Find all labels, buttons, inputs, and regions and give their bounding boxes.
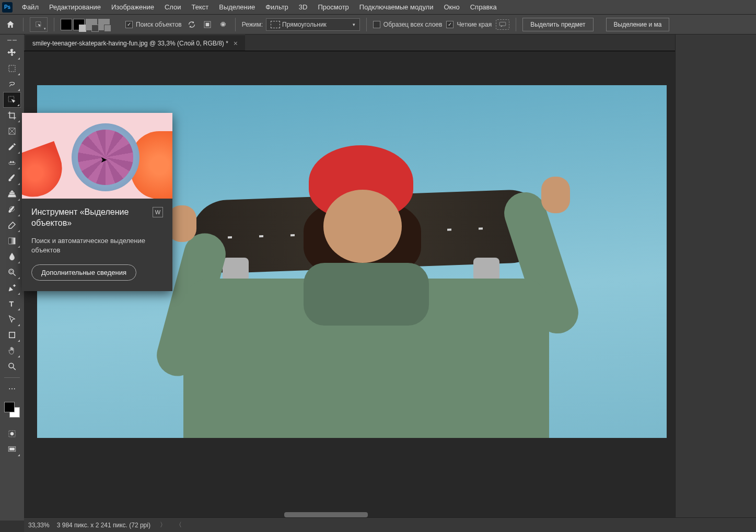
select-subject-button[interactable]: Выделить предмет: [522, 18, 593, 31]
tool-preset[interactable]: ▾: [30, 17, 48, 32]
svg-rect-13: [9, 238, 15, 244]
separator: [516, 18, 516, 31]
brush-tool[interactable]: [3, 170, 21, 186]
tooltip-shortcut: W: [153, 207, 163, 217]
settings-icon[interactable]: [217, 19, 229, 30]
mode-group: Режим: Прямоугольник ▾: [242, 18, 360, 31]
intersect-selection-icon[interactable]: [98, 19, 110, 30]
menu-text[interactable]: Текст: [187, 1, 214, 13]
separator: [4, 377, 20, 378]
svg-rect-18: [9, 332, 15, 338]
marquee-tool[interactable]: [3, 61, 21, 76]
quick-mask-tool[interactable]: [3, 426, 21, 442]
tooltip-title: Инструмент «Выделение объектов»: [31, 207, 148, 229]
feedback-icon[interactable]: [496, 19, 509, 30]
home-icon[interactable]: [4, 18, 17, 31]
menu-bar: Ps Файл Редактирование Изображение Слои …: [0, 0, 756, 15]
svg-point-22: [10, 432, 14, 435]
document-dimensions[interactable]: 3 984 пикс. x 2 241 пикс. (72 ppi): [57, 522, 150, 529]
svg-rect-11: [10, 161, 11, 163]
gradient-tool[interactable]: [3, 233, 21, 249]
text-tool[interactable]: T: [3, 296, 21, 311]
zoom-tool[interactable]: [3, 358, 21, 374]
zoom-level[interactable]: 33,33%: [28, 522, 50, 529]
checkbox-icon: [446, 21, 453, 28]
select-and-mask-button[interactable]: Выделение и ма: [606, 18, 670, 31]
separator: [366, 18, 367, 31]
history-brush-tool[interactable]: [3, 202, 21, 217]
menu-file[interactable]: Файл: [17, 1, 44, 13]
tooltip-description: Поиск и автоматическое выделение объекто…: [31, 236, 163, 255]
overlay-icon[interactable]: [202, 19, 213, 30]
shape-tool[interactable]: [3, 327, 21, 343]
add-selection-icon[interactable]: [73, 19, 85, 30]
new-selection-icon[interactable]: [61, 19, 72, 30]
panel-grip[interactable]: [4, 40, 20, 43]
search-objects-checkbox[interactable]: Поиск объектов: [125, 21, 182, 28]
tools-panel: T ⋯: [0, 34, 24, 521]
right-panel-collapsed[interactable]: [675, 34, 756, 521]
chevron-right-icon[interactable]: 〉: [160, 521, 166, 529]
menu-edit[interactable]: Редактирование: [44, 1, 106, 13]
color-swatches[interactable]: [3, 401, 21, 419]
eyedropper-tool[interactable]: [3, 139, 21, 155]
refresh-icon[interactable]: [186, 19, 197, 30]
document-tab-title: smiley-teenager-skatepark-having-fun.jpg…: [32, 40, 228, 47]
blur-tool[interactable]: [3, 249, 21, 264]
menu-plugins[interactable]: Подключаемые модули: [354, 1, 439, 13]
options-bar: ▾ Поиск объектов Режим: Прямоугольник ▾ …: [0, 15, 756, 34]
foreground-color[interactable]: [4, 402, 15, 412]
svg-rect-10: [9, 162, 15, 165]
sample-all-layers-checkbox[interactable]: Образец всех слоев: [373, 21, 443, 28]
hard-edges-checkbox[interactable]: Четкие края: [446, 21, 492, 28]
more-info-button[interactable]: Дополнительные сведения: [31, 264, 136, 281]
mode-select[interactable]: Прямоугольник ▾: [266, 18, 360, 31]
frame-tool[interactable]: [3, 123, 21, 139]
separator: [54, 18, 54, 31]
document-tab[interactable]: smiley-teenager-skatepark-having-fun.jpg…: [25, 34, 245, 51]
svg-line-15: [13, 273, 16, 276]
tooltip-preview-image: ➤: [22, 113, 172, 199]
clone-stamp-tool[interactable]: [3, 186, 21, 202]
crop-tool[interactable]: [3, 108, 21, 123]
menu-help[interactable]: Справка: [465, 1, 502, 13]
menu-3d[interactable]: 3D: [294, 1, 313, 13]
svg-text:T: T: [9, 300, 14, 308]
path-selection-tool[interactable]: [3, 311, 21, 327]
ps-logo: Ps: [2, 2, 13, 13]
svg-rect-12: [13, 161, 14, 163]
screen-mode-tool[interactable]: [3, 442, 21, 457]
pen-tool[interactable]: [3, 280, 21, 296]
menu-view[interactable]: Просмотр: [312, 1, 354, 13]
document-tab-bar: ≫ smiley-teenager-skatepark-having-fun.j…: [0, 34, 756, 51]
hand-tool[interactable]: [3, 343, 21, 358]
scrollbar-thumb[interactable]: [284, 512, 368, 517]
status-bar: 33,33% 3 984 пикс. x 2 241 пикс. (72 ppi…: [24, 517, 756, 532]
rect-icon: [271, 21, 280, 28]
cursor-icon: ➤: [100, 155, 107, 165]
svg-rect-24: [10, 448, 15, 450]
svg-point-19: [9, 363, 14, 368]
tool-tooltip: ➤ Инструмент «Выделение объектов» W Поис…: [22, 113, 172, 291]
lasso-tool[interactable]: [3, 76, 21, 92]
menu-image[interactable]: Изображение: [106, 1, 159, 13]
menu-select[interactable]: Выделение: [214, 1, 260, 13]
dodge-tool[interactable]: [3, 264, 21, 280]
hard-edges-label: Четкие края: [457, 21, 492, 28]
move-tool[interactable]: [3, 45, 21, 61]
menu-filter[interactable]: Фильтр: [260, 1, 294, 13]
sample-all-layers-label: Образец всех слоев: [383, 21, 443, 28]
chevron-left-icon[interactable]: 〈: [176, 521, 182, 529]
checkbox-icon: [373, 21, 380, 28]
subtract-selection-icon[interactable]: [86, 19, 97, 30]
menu-layers[interactable]: Слои: [159, 1, 187, 13]
healing-brush-tool[interactable]: [3, 155, 21, 170]
eraser-tool[interactable]: [3, 217, 21, 233]
edit-toolbar[interactable]: ⋯: [3, 381, 21, 397]
menu-window[interactable]: Окно: [438, 1, 464, 13]
close-icon[interactable]: ×: [234, 39, 238, 48]
separator: [23, 18, 24, 31]
checkbox-icon: [125, 21, 133, 28]
object-selection-tool[interactable]: [3, 92, 21, 108]
mode-label: Режим:: [242, 21, 263, 28]
